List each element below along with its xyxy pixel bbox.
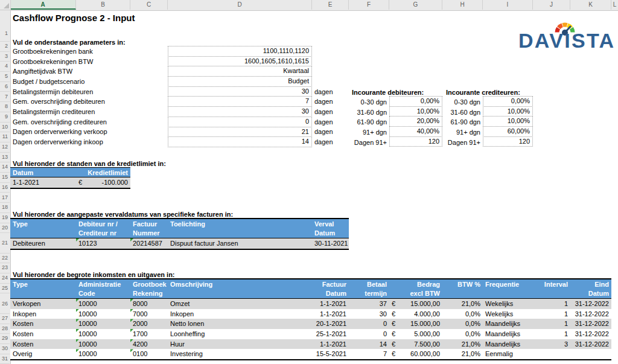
row-header-31[interactable]: 31: [0, 354, 10, 364]
column-header-G[interactable]: G: [389, 0, 442, 10]
param-input[interactable]: 1100,1110,1120: [168, 46, 312, 57]
row-header-25[interactable]: 25: [0, 284, 10, 294]
param-unit[interactable]: dagen: [314, 137, 333, 147]
param-label[interactable]: Gem. overschrijding crediteuren: [13, 117, 107, 127]
row-header-9[interactable]: 9: [0, 112, 10, 123]
aging-input[interactable]: 120: [389, 136, 442, 147]
kredietlimiet-bedrag[interactable]: € -100.000: [76, 177, 130, 188]
cell-omschrijving[interactable]: Netto lonen: [168, 319, 312, 329]
cell-grootboek-rekening[interactable]: 8000: [130, 299, 168, 309]
row-header-7[interactable]: 7: [0, 92, 10, 103]
param-input[interactable]: 7: [168, 96, 312, 107]
cell-type[interactable]: Inkopen: [10, 309, 76, 319]
param-input[interactable]: Budget: [168, 76, 312, 87]
cell-factuur-datum[interactable]: 1-1-2021: [312, 299, 349, 309]
cell-debiteur-nr[interactable]: 10123: [76, 238, 130, 249]
cell-btw[interactable]: 0,0%: [442, 309, 483, 319]
column-header-K[interactable]: K: [570, 0, 611, 10]
row-header-22[interactable]: 22: [0, 254, 10, 264]
cell-omschrijving[interactable]: Inkopen: [168, 309, 312, 319]
param-label[interactable]: Dagen orderverwerking inkoop: [13, 137, 103, 147]
column-header-H[interactable]: H: [442, 0, 483, 10]
cell-btw[interactable]: 0,0%: [442, 329, 483, 339]
col-header[interactable]: Type: [10, 219, 76, 238]
col-header[interactable]: Frequentie: [483, 279, 533, 299]
cell-eind-datum[interactable]: 31-12-2022: [570, 309, 611, 319]
cell-factuur-datum[interactable]: 15-5-2021: [312, 349, 349, 359]
aging-input[interactable]: 60,00%: [483, 126, 533, 137]
cell-btw[interactable]: 0,0%: [442, 319, 483, 329]
aging-input[interactable]: 120: [483, 136, 533, 147]
row-header-3[interactable]: 3: [0, 52, 10, 62]
cell-type[interactable]: Debiteuren: [10, 238, 76, 249]
cell-frequentie[interactable]: Maandelijks: [483, 339, 533, 350]
column-header-D[interactable]: D: [168, 0, 312, 10]
col-header[interactable]: Debiteur nr /Crediteur nr: [76, 219, 130, 238]
cell-bedrag[interactable]: €15.000,00: [389, 299, 442, 309]
cell-factuur-nummer[interactable]: 20214587: [130, 238, 168, 249]
col-header[interactable]: VervalDatum: [312, 219, 349, 238]
col-header[interactable]: Interval: [533, 279, 570, 299]
cell-eind-datum[interactable]: 31-12-2022: [570, 319, 611, 329]
cell-omschrijving[interactable]: Investering: [168, 349, 312, 359]
param-input[interactable]: Kwartaal: [168, 66, 312, 77]
col-header-datum[interactable]: Datum: [10, 168, 76, 177]
row-header-20[interactable]: 20: [0, 223, 10, 234]
column-header-I[interactable]: I: [483, 0, 533, 10]
aging-label[interactable]: 91+ dgn: [349, 127, 387, 137]
row-header-27[interactable]: 27: [0, 314, 10, 324]
kredietlimiet-datum[interactable]: 1-1-2021: [10, 177, 76, 188]
parameters-heading[interactable]: Vul de onderstaande parameters in:: [13, 37, 126, 47]
row-header-13[interactable]: 13: [0, 153, 10, 163]
row-header-1[interactable]: 1: [0, 26, 10, 42]
aging-input[interactable]: 10,00%: [483, 116, 533, 127]
cell-grootboek-rekening[interactable]: 1700: [130, 329, 168, 339]
col-header[interactable]: EindDatum: [570, 279, 611, 299]
cell-factuur-datum[interactable]: 25-1-2021: [312, 329, 349, 339]
col-header[interactable]: GrootboekRekening: [130, 279, 168, 299]
cell-btw[interactable]: 21,0%: [442, 339, 483, 350]
aging-label[interactable]: 91+ dgn: [442, 127, 480, 137]
aging-input[interactable]: 0,00%: [389, 96, 442, 107]
param-label[interactable]: Grootboekrekeningen bank: [13, 46, 93, 56]
cell-eind-datum[interactable]: 31-12-2022: [570, 329, 611, 339]
row-header-12[interactable]: 12: [0, 142, 10, 153]
cell-eind-datum[interactable]: 31-12-2022: [570, 339, 611, 350]
col-header[interactable]: Betaaltermijn: [349, 279, 389, 299]
cell-type[interactable]: Kosten: [10, 329, 76, 339]
select-all-corner[interactable]: [0, 0, 11, 10]
aging-label[interactable]: 0-30 dgn: [442, 97, 480, 107]
row-header-30[interactable]: 30: [0, 344, 10, 354]
cell-bedrag[interactable]: €7.500,00: [389, 339, 442, 350]
cell-frequentie[interactable]: Eenmalig: [483, 349, 533, 359]
row-header-11[interactable]: 11: [0, 132, 10, 142]
row-header-4[interactable]: 4: [0, 62, 10, 72]
cell-omschrijving[interactable]: Huur: [168, 339, 312, 350]
column-header-E[interactable]: E: [312, 0, 349, 10]
cell-omschrijving[interactable]: Omzet: [168, 299, 312, 309]
cell-betaal-termijn[interactable]: 0: [349, 329, 389, 339]
cell-verval-datum[interactable]: 30-11-2021: [312, 238, 349, 249]
param-unit[interactable]: dagen: [314, 107, 333, 117]
param-label[interactable]: Budget / budgetscenario: [13, 77, 84, 86]
cell-administratie-code[interactable]: 10000: [76, 349, 130, 359]
row-header-29[interactable]: 29: [0, 334, 10, 344]
cell-bedrag[interactable]: €4.000,00: [389, 309, 442, 319]
aging-label[interactable]: 61-90 dgn: [349, 117, 387, 127]
row-header-8[interactable]: 8: [0, 102, 10, 112]
sheet-title[interactable]: Cashflow Prognose 2 - Input: [13, 13, 135, 23]
aging-label[interactable]: 31-60 dgn: [349, 107, 387, 117]
column-header-A[interactable]: A: [10, 0, 76, 10]
column-header-B[interactable]: B: [76, 0, 130, 10]
col-header-kredietlimiet[interactable]: Kredietlimiet: [76, 168, 130, 177]
cell-administratie-code[interactable]: 10000: [76, 319, 130, 329]
aging-input[interactable]: 20,00%: [389, 116, 442, 127]
cell-type[interactable]: Overig: [10, 349, 76, 359]
column-header-L[interactable]: L: [611, 0, 618, 10]
col-header[interactable]: FactuurNummer: [130, 219, 168, 238]
col-header[interactable]: AdministratieCode: [76, 279, 130, 299]
cell-betaal-termijn[interactable]: 30: [349, 309, 389, 319]
cell-type[interactable]: Kosten: [10, 339, 76, 350]
cell-toelichting[interactable]: Dispuut factuur Jansen: [168, 238, 312, 249]
column-header-C[interactable]: C: [130, 0, 168, 10]
